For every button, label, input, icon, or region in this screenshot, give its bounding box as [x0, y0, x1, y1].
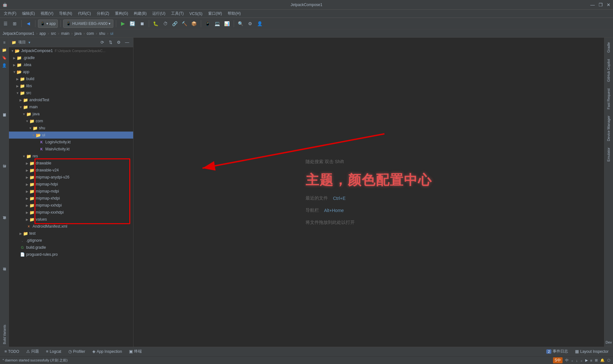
expand-arrow-shu[interactable]: ▼ [28, 126, 33, 130]
filter-icon[interactable]: ⚙ [115, 39, 122, 46]
device-manager-btn[interactable]: 💻 [213, 19, 222, 28]
tree-item-values[interactable]: ▶📁values [9, 216, 133, 223]
expand-arrow-buildgradle[interactable] [15, 245, 20, 250]
breadcrumb-item-com[interactable]: com [87, 31, 94, 36]
tree-item-com[interactable]: ▼📁com [9, 118, 133, 125]
menu-item-n[interactable]: 导航(N) [57, 10, 75, 17]
expand-arrow-test[interactable]: ▶ [19, 231, 23, 236]
tree-item-drawable-v24[interactable]: ▶📁drawable-v24 [9, 167, 133, 174]
tree-item-idea[interactable]: ▶📁.idea [9, 61, 133, 68]
tab-logcat[interactable]: ≡ Logcat [43, 347, 64, 356]
menu-item-t[interactable]: 工具(T) [169, 10, 186, 17]
resource-manager-label[interactable]: 资源管理器 [1, 118, 8, 120]
tab-layout-inspector[interactable]: ▦ Layout Inspector [572, 349, 612, 354]
sidebar-project-icon[interactable]: 📁 [1, 47, 8, 54]
expand-arrow-drawable[interactable]: ▶ [25, 161, 29, 165]
project-dropdown-arrow[interactable]: ▾ [28, 40, 30, 45]
tree-item-mipmap-anydpi-v26[interactable]: ▶📁mipmap-anydpi-v26 [9, 174, 133, 181]
menu-item-e[interactable]: 编辑(E) [19, 10, 37, 17]
tree-item-src[interactable]: ▼📁src [9, 89, 133, 96]
breadcrumb-item-src[interactable]: src [51, 31, 56, 36]
expand-arrow-com[interactable]: ▼ [25, 119, 29, 123]
right-tab-gradle[interactable]: Gradle [605, 39, 613, 56]
sidebar-icon-4[interactable]: 👤 [1, 62, 8, 69]
expand-arrow-src[interactable]: ▼ [15, 91, 20, 95]
expand-arrow-mipmap-anydpi-v26[interactable]: ▶ [25, 175, 29, 179]
status-icon-4[interactable]: ⬦ [580, 359, 583, 362]
status-icon-7[interactable]: ⊞ [595, 358, 598, 362]
minimize-btn[interactable]: — [590, 2, 595, 7]
tree-item-libs[interactable]: ▶📁libs [9, 82, 133, 89]
minimize-panel-icon[interactable]: — [124, 39, 131, 46]
tree-root[interactable]: ▼ 📂 JetpackCompose1 F:\Jetpack Compose\J… [9, 47, 133, 54]
expand-arrow-mipmap-hdpi[interactable]: ▶ [25, 182, 29, 186]
tree-item-shu[interactable]: ▼📁shu [9, 125, 133, 132]
breadcrumb-item-main[interactable]: main [61, 31, 69, 36]
expand-arrow-proguardrules[interactable] [15, 252, 20, 257]
breadcrumb-item-app[interactable]: app [39, 31, 46, 36]
expand-arrow-mipmap-mdpi[interactable]: ▶ [25, 189, 29, 193]
tree-item-AndroidManifest[interactable]: XAndroidManifest.xml [9, 223, 133, 230]
settings-btn[interactable]: ⚙ [246, 19, 254, 28]
expand-arrow-mipmap-xxhdpi[interactable]: ▶ [25, 203, 29, 208]
expand-arrow-idea[interactable]: ▶ [12, 63, 17, 67]
tree-item-mipmap-xxxhdpi[interactable]: ▶📁mipmap-xxxhdpi [9, 209, 133, 216]
expand-arrow-res[interactable]: ▼ [22, 154, 26, 158]
tree-item-gitignore[interactable]: ..gitignore [9, 237, 133, 244]
menu-item-z[interactable]: 分析(Z) [94, 10, 112, 17]
expand-arrow-libs[interactable]: ▶ [15, 84, 20, 88]
expand-arrow-AndroidManifest[interactable] [22, 224, 26, 229]
expand-arrow-LoginActivity[interactable] [34, 140, 39, 144]
stop-btn[interactable]: ⏹ [138, 19, 146, 28]
root-arrow[interactable]: ▼ [10, 49, 15, 53]
ime-indicator[interactable]: S中 [553, 357, 563, 363]
back-btn[interactable]: ◀ [24, 19, 33, 28]
tree-item-gradle[interactable]: ▶📁.gradle [9, 54, 133, 61]
right-tab-fast-request[interactable]: Fast Request [605, 85, 613, 112]
expand-arrow-main[interactable]: ▼ [19, 105, 23, 109]
tree-item-LoginActivity[interactable]: KLoginActivity.kt [9, 139, 133, 146]
tree-item-drawable[interactable]: ▶📁drawable [9, 160, 133, 167]
tree-item-ui[interactable]: ▼📂ui [9, 132, 133, 139]
tree-item-mipmap-xhdpi[interactable]: ▶📁mipmap-xhdpi [9, 195, 133, 202]
tree-item-buildgradle[interactable]: Gbuild.gradle [9, 244, 133, 251]
sdk-btn[interactable]: 📦 [190, 19, 198, 28]
status-icon-1[interactable]: 中 [565, 358, 569, 363]
tab-event-log[interactable]: 2 事件日志 [543, 349, 571, 355]
build-variants-label[interactable]: 结构 [1, 169, 8, 172]
debug-btn[interactable]: 🐛 [152, 19, 160, 28]
sync-btn[interactable]: 🔄 [128, 19, 137, 28]
profiler-btn2[interactable]: 📊 [223, 19, 231, 28]
favorites-label[interactable]: 收藏 [1, 221, 8, 223]
tree-item-proguardrules[interactable]: 📄proguard-rules.pro [9, 251, 133, 258]
menu-item-f[interactable]: 文件(F) [1, 10, 19, 17]
tree-item-MainActivity[interactable]: KMainActivity.kt [9, 146, 133, 153]
tree-item-main[interactable]: ▼📁main [9, 103, 133, 110]
toolbar-btn-1[interactable]: ☰ [1, 19, 10, 28]
status-icon-5[interactable]: ▶ [585, 358, 588, 362]
breadcrumb-item-shu[interactable]: shu [99, 31, 105, 36]
expand-arrow-values[interactable]: ▶ [25, 217, 29, 222]
expand-arrow-gitignore[interactable] [15, 238, 20, 243]
tab-problems[interactable]: ⚠ 问题 [23, 347, 42, 356]
tree-item-mipmap-xxhdpi[interactable]: ▶📁mipmap-xxhdpi [9, 202, 133, 209]
expand-arrow-gradle[interactable]: ▶ [12, 56, 17, 60]
status-icon-8[interactable]: 🔔 [600, 358, 605, 362]
status-icon-6[interactable]: ≡ [590, 359, 592, 362]
profile-btn[interactable]: ⏱ [161, 19, 170, 28]
right-tab-copilot[interactable]: GitHub Copilot [605, 56, 613, 85]
tree-item-test[interactable]: ▶📁test [9, 230, 133, 237]
attach-btn[interactable]: 🔗 [171, 19, 179, 28]
tab-terminal[interactable]: ▣ 终端 [126, 347, 145, 356]
menu-item-u[interactable]: 运行(U) [150, 10, 168, 17]
menu-item-c[interactable]: 代码(C) [75, 10, 94, 17]
align-icon[interactable]: ⇅ [107, 39, 114, 46]
build-btn[interactable]: 🔨 [180, 19, 189, 28]
breadcrumb-item-ui[interactable]: ui [110, 31, 113, 36]
expand-arrow-mipmap-xhdpi[interactable]: ▶ [25, 196, 29, 201]
tree-item-app[interactable]: ▼📂app [9, 68, 133, 75]
device-selector[interactable]: 📱 HUAWEI EBG-AN00 ▾ [63, 19, 113, 28]
expand-arrow-androidTest[interactable]: ▶ [19, 98, 23, 102]
tab-app-inspection[interactable]: ◈ App Inspection [89, 347, 125, 356]
right-tab-dev[interactable]: Dev [604, 339, 613, 345]
